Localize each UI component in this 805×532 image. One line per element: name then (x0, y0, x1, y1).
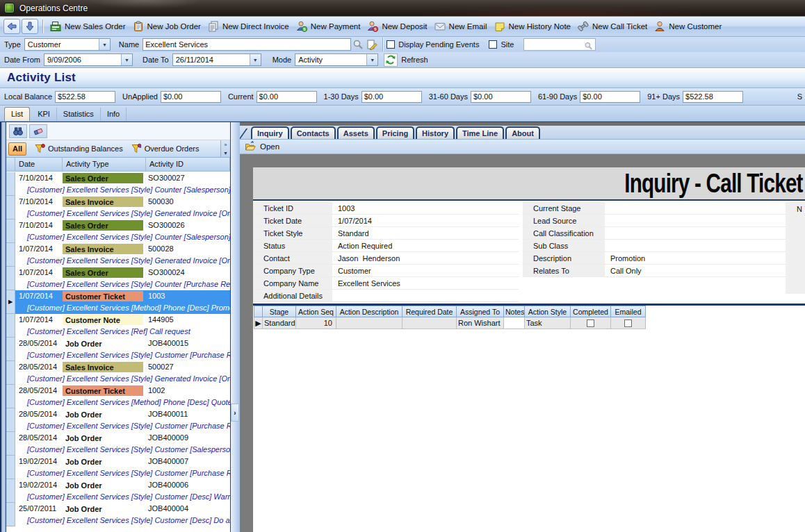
view-tab-info[interactable]: Info (101, 108, 127, 121)
date-to-dropdown[interactable]: 26/11/2014 ▼ (172, 53, 261, 66)
grid-header-action-description[interactable]: Action Description (336, 306, 402, 317)
open-button[interactable]: Open (260, 142, 279, 151)
activity-row-500030[interactable]: 7/10/2014Sales Invoice500030[Customer] E… (6, 196, 230, 219)
toolbar-button-new-history-note[interactable]: New History Note (491, 19, 574, 34)
toolbar-button-new-email[interactable]: New Email (431, 19, 491, 34)
field-value-ticket-style[interactable]: Standard (332, 227, 519, 239)
type-dropdown[interactable]: Customer ▼ (24, 38, 111, 51)
site-checkbox[interactable]: Site (489, 40, 514, 49)
down-button[interactable] (22, 19, 38, 34)
tab-contacts[interactable]: Contacts (291, 126, 336, 139)
column-header-date[interactable]: Date (15, 158, 63, 171)
tab-assets[interactable]: Assets (337, 126, 375, 139)
filter-overdue-orders[interactable]: Overdue Orders (131, 143, 200, 154)
view-tab-list[interactable]: List (4, 107, 30, 121)
toolbar-button-label: New Direct Invoice (222, 22, 289, 31)
activity-row-job400015[interactable]: 28/05/2014Job OrderJOB400015[Customer] E… (6, 338, 230, 361)
field-value-sub-class[interactable] (605, 240, 786, 251)
completed-checkbox-icon[interactable] (587, 319, 594, 327)
field-value-additional-details[interactable] (332, 290, 519, 301)
tab-about[interactable]: About (505, 126, 540, 139)
grid-header-emailed[interactable]: Emailed (611, 306, 646, 317)
activity-row-job400004[interactable]: 25/07/2011Job OrderJOB400004[Customer] E… (6, 503, 230, 526)
grid-header-required-date[interactable]: Required Date (402, 306, 457, 317)
grid-header-notes[interactable]: Notes (504, 306, 525, 317)
grid-cell-stage[interactable]: Standard (263, 317, 296, 329)
grid-cell-required-date[interactable] (402, 317, 457, 329)
activity-row-so300026[interactable]: 7/10/2014Sales OrderSO300026[Customer] E… (6, 219, 230, 243)
activity-date: 28/05/2014 (15, 361, 63, 373)
grid-cell-action-style[interactable]: Task (525, 317, 571, 329)
activity-row-so300024[interactable]: 1/07/2014Sales OrderSO300024[Customer] E… (6, 267, 230, 290)
tab-history[interactable]: History (416, 126, 455, 139)
field-value-status[interactable]: Action Required (332, 240, 519, 251)
toolbar-button-new-customer[interactable]: New Customer (651, 19, 725, 34)
field-value-ticket-date[interactable]: 1/07/2014 (332, 215, 519, 226)
activity-row-job400007[interactable]: 19/02/2014Job OrderJOB400007[Customer] E… (6, 456, 230, 479)
list-toolbar (6, 122, 230, 140)
grid-header-stage[interactable]: Stage (263, 306, 296, 317)
field-value-description[interactable]: Promotion (605, 252, 786, 264)
toolbar-button-new-payment[interactable]: $New Payment (293, 19, 364, 34)
activity-row-1003[interactable]: ▶1/07/2014Customer Ticket1003[Customer] … (6, 290, 230, 314)
view-tab-kpi[interactable]: KPI (31, 108, 57, 121)
back-button[interactable] (3, 19, 20, 34)
row-marker (6, 243, 15, 267)
grid-header-action-seq[interactable]: Action Seq (296, 306, 336, 317)
toolbar-button-new-job-order[interactable]: New Job Order (129, 19, 204, 34)
toolbar-button-new-deposit[interactable]: $New Deposit (364, 19, 430, 34)
field-value-lead-source[interactable] (605, 215, 786, 226)
emailed-checkbox-icon[interactable] (624, 319, 632, 327)
activity-row-job400011[interactable]: 28/05/2014Job OrderJOB400011[Customer] E… (6, 408, 230, 432)
grid-cell-assigned-to[interactable]: Ron Wishart (457, 317, 504, 329)
date-from-dropdown[interactable]: 9/09/2006 ▼ (44, 53, 133, 66)
activity-row-job400006[interactable]: 19/02/2014Job OrderJOB400006[Customer] E… (6, 479, 230, 503)
field-value-company-type[interactable]: Customer (332, 265, 519, 276)
filter-overflow-buttons[interactable]: » ▼ (220, 140, 230, 157)
field-value-contact[interactable]: Jason Henderson (332, 252, 519, 264)
search-button[interactable] (351, 38, 365, 51)
panel-splitter[interactable]: › (230, 122, 240, 532)
toolbar-button-new-sales-order[interactable]: New Sales Order (47, 19, 129, 34)
activity-row-job400009[interactable]: 28/05/2014Job OrderJOB400009[Customer] E… (6, 432, 230, 456)
activity-row-so300027[interactable]: 7/10/2014Sales OrderSO300027[Customer] E… (6, 172, 230, 196)
field-value-current-stage[interactable] (605, 202, 786, 214)
refresh-button[interactable] (384, 53, 398, 67)
activity-row-500028[interactable]: 1/07/2014Sales Invoice500028[Customer] E… (6, 243, 230, 267)
activity-row-1002[interactable]: 28/05/2014Customer Ticket1002[Customer] … (6, 385, 230, 408)
mode-dropdown[interactable]: Activity ▼ (295, 53, 378, 66)
activity-row-500027[interactable]: 28/05/2014Sales Invoice500027[Customer] … (6, 361, 230, 385)
field-value-relates-to[interactable]: Call Only (605, 265, 786, 276)
splitter-collapse-handle[interactable]: › (231, 404, 239, 422)
display-pending-events-checkbox[interactable]: Display Pending Events (387, 40, 479, 49)
activity-row-144905[interactable]: 1/07/2014Customer Note144905[Customer] E… (6, 314, 230, 338)
tab-pricing[interactable]: Pricing (376, 126, 414, 139)
field-value-ticket-id[interactable]: 1003 (332, 202, 519, 214)
filter-all-button[interactable]: All (8, 142, 26, 156)
toolbar-button-new-direct-invoice[interactable]: New Direct Invoice (204, 19, 293, 34)
find-button[interactable] (9, 124, 27, 138)
tab-inquiry[interactable]: Inquiry (251, 126, 289, 139)
grid-cell-action-description[interactable] (336, 317, 402, 329)
grid-cell-action-seq[interactable]: 10 (296, 317, 336, 329)
activity-id: 1003 (146, 290, 230, 302)
grid-header-action-style[interactable]: Action Style (525, 306, 571, 317)
column-header-activity-type[interactable]: Activity Type (63, 158, 146, 171)
grid-header-assigned-to[interactable]: Assigned To (457, 306, 504, 317)
customer-icon (654, 21, 665, 32)
tab-time-line[interactable]: Time Line (456, 126, 504, 139)
field-value-call-classification[interactable] (605, 227, 786, 239)
field-value-company-name[interactable]: Excellent Services (332, 277, 519, 289)
stage-grid-row[interactable]: ▶Standard10Ron WishartTask (254, 317, 646, 329)
clear-filter-button[interactable] (29, 124, 47, 138)
edit-name-button[interactable] (365, 38, 379, 51)
name-input[interactable]: Excellent Services (143, 38, 351, 51)
toolbar-button-new-call-ticket[interactable]: New Call Ticket (574, 19, 651, 34)
site-search-input[interactable] (523, 38, 596, 51)
view-tab-statistics[interactable]: Statistics (57, 108, 101, 121)
refresh-label[interactable]: Refresh (401, 56, 428, 64)
filter-outstanding-balances[interactable]: Outstanding Balances (34, 143, 123, 154)
grid-header-completed[interactable]: Completed (571, 306, 611, 317)
grid-cell-notes[interactable] (504, 317, 525, 329)
column-header-activity-id[interactable]: Activity ID (146, 158, 230, 171)
